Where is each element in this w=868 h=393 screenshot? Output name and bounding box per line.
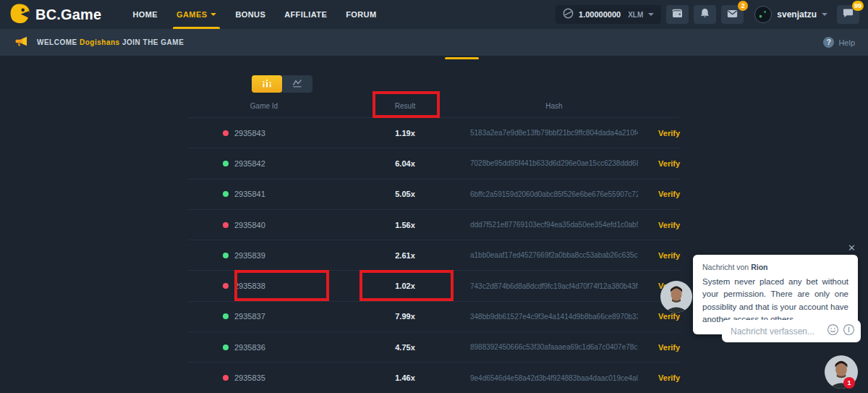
verify-link[interactable]: Verify (638, 190, 680, 198)
user-menu[interactable]: svenjatzu (754, 6, 827, 23)
game-id[interactable]: 2935839 (234, 251, 265, 260)
chat-toggle-button[interactable]: 99 (837, 5, 859, 24)
status-dot (223, 345, 229, 350)
chevron-down-icon (648, 13, 654, 16)
result-value: 1.19x (340, 129, 470, 138)
mail-icon (727, 8, 738, 21)
result-value: 1.56x (340, 221, 470, 229)
nav-item-label: BONUS (235, 10, 265, 19)
chat-sender-avatar[interactable] (660, 281, 692, 313)
status-dot (223, 222, 229, 228)
column-header-game-id: Game Id (188, 102, 340, 110)
game-id[interactable]: 2935836 (234, 343, 265, 352)
verify-link[interactable]: Verify (638, 312, 680, 321)
table-header: Game Id Result Hash (188, 95, 680, 118)
status-dot (223, 191, 229, 197)
welcome-prefix: WELCOME (37, 38, 77, 46)
status-dot (223, 313, 229, 319)
close-icon[interactable]: ✕ (848, 242, 856, 253)
brand-logo[interactable]: BC.Game (10, 4, 101, 26)
game-id[interactable]: 2935840 (234, 221, 265, 229)
nav-item-games[interactable]: GAMES (167, 0, 226, 29)
status-dot (223, 375, 229, 381)
welcome-username[interactable]: Dogishans (80, 38, 120, 46)
game-id[interactable]: 2935837 (234, 312, 265, 321)
navbar-right: 1.00000000 XLM (556, 5, 859, 24)
game-id[interactable]: 2935838 (234, 282, 265, 290)
main-nav: HOME GAMES BONUS AFFILIATE FORUM (123, 0, 386, 29)
game-id[interactable]: 2935841 (234, 190, 265, 198)
status-dot (223, 253, 229, 258)
nav-active-underline (173, 27, 220, 29)
table-row: 2935843 1.19x 5183a2ea7e9d8e13fb79bbf21b… (188, 118, 680, 148)
status-dot (223, 161, 229, 166)
emoji-icon[interactable] (827, 324, 839, 339)
hash-value: 5183a2ea7e9d8e13fb79bbf21bc9ffc804dada4a… (470, 129, 638, 137)
tab-trend-chart[interactable] (282, 75, 312, 93)
chat-input[interactable] (731, 326, 823, 337)
chat-message-title: Nachricht von Rion (702, 263, 848, 271)
result-value: 1.46x (340, 373, 470, 382)
username: svenjatzu (777, 9, 817, 20)
attachment-icon[interactable] (843, 324, 855, 339)
chat-sender-name: Rion (751, 263, 767, 271)
help-label: Help (838, 38, 855, 47)
verify-link[interactable]: Verify (638, 343, 680, 352)
nav-item-bonus[interactable]: BONUS (226, 0, 275, 29)
game-history-table: Game Id Result Hash 2935843 1.19x 5183a2… (188, 95, 680, 393)
hash-value: 743c2d874b6d8a8dcdf9fc19acf4d70f74f12a38… (470, 282, 638, 290)
status-dot (223, 130, 229, 136)
game-id[interactable]: 2935843 (234, 129, 265, 138)
nav-item-label: AFFILIATE (284, 10, 327, 19)
chat-title-prefix: Nachricht von (702, 263, 749, 271)
hash-value: ddd7f521e87769103ecf94ea35da50ee354efd1c… (470, 221, 638, 229)
table-row: 2935838 1.02x 743c2d874b6d8a8dcdf9fc19ac… (188, 271, 680, 301)
nav-item-label: HOME (132, 10, 158, 19)
result-value: 2.61x (340, 251, 470, 260)
bar-chart-icon (262, 77, 272, 90)
column-header-result: Result (340, 102, 470, 110)
chat-input-container (722, 320, 861, 342)
hash-value: 8988392450666c53f30afaaaea69c1d6a7c0407e… (470, 343, 638, 351)
hash-value: 7028be95dd95f441b633d6d296e0ae15cc6238dd… (470, 159, 638, 167)
tab-history-list[interactable] (252, 75, 282, 93)
welcome-banner: WELCOME Dogishans JOIN THE GAME ? Help (0, 29, 868, 56)
nav-item-affiliate[interactable]: AFFILIATE (275, 0, 336, 29)
bell-icon (700, 8, 710, 21)
notifications-button[interactable] (694, 5, 716, 24)
mail-button[interactable]: 2 (721, 5, 744, 24)
brand-name: BC.Game (35, 7, 101, 23)
bcgame-logo-icon (10, 4, 30, 26)
welcome-suffix: JOIN THE GAME (122, 38, 184, 46)
hash-value: 9e4d6546d4e58a42d3b4f924883baa4daac019ce… (470, 374, 638, 382)
game-id[interactable]: 2935842 (234, 159, 265, 168)
verify-link[interactable]: Verify (638, 221, 680, 229)
wallet-button[interactable] (666, 5, 689, 24)
result-value: 4.75x (340, 343, 470, 352)
table-row: 2935840 1.56x ddd7f521e87769103ecf94ea35… (188, 210, 680, 240)
nav-item-forum[interactable]: FORUM (336, 0, 386, 29)
chevron-down-icon (822, 13, 827, 16)
wallet-icon (672, 8, 683, 21)
game-id[interactable]: 2935835 (234, 373, 265, 382)
verify-link[interactable]: Verify (638, 251, 680, 260)
main-content: Game Id Result Hash 2935843 1.19x 5183a2… (0, 56, 868, 393)
megaphone-icon (14, 35, 28, 50)
result-value: 6.04x (340, 159, 470, 168)
verify-link[interactable]: Verify (638, 159, 680, 168)
mail-badge: 2 (738, 1, 748, 11)
help-button[interactable]: ? Help (823, 37, 855, 48)
chat-unread-badge: 1 (843, 377, 855, 389)
balance-display[interactable]: 1.00000000 XLM (556, 5, 661, 24)
verify-link[interactable]: Verify (638, 373, 680, 382)
hash-value: 6bffc2a59159d2060d0abc85f526e6be676e5590… (470, 190, 638, 198)
table-row: 2935836 4.75x 8988392450666c53f30afaaaea… (188, 332, 680, 363)
top-navbar: BC.Game HOME GAMES BONUS AFFILIATE FORUM (0, 0, 868, 29)
nav-item-home[interactable]: HOME (123, 0, 167, 29)
hash-value: 348bb9db61527e4c9f3e4a1414d9b8ba66ce8970… (470, 313, 638, 321)
view-toggle (252, 75, 312, 93)
chat-bubble-icon (843, 8, 854, 21)
result-value: 1.02x (340, 282, 470, 290)
caret-down-icon (210, 13, 216, 16)
verify-link[interactable]: Verify (638, 129, 680, 138)
